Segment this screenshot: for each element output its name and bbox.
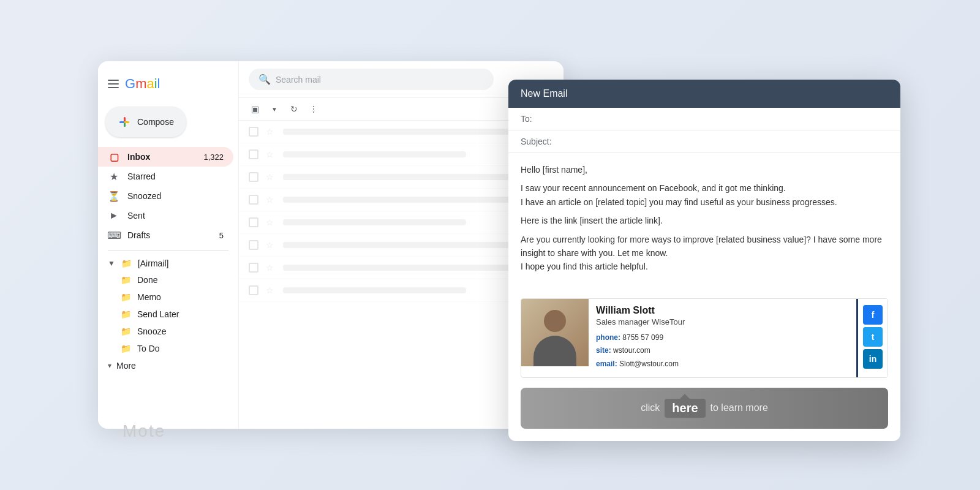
sidebar-item-sent[interactable]: ► Sent <box>98 206 233 225</box>
sidebar-item-done[interactable]: 📁 Done <box>98 271 238 288</box>
compose-window-title: New Email <box>521 88 567 99</box>
inbox-label: Inbox <box>127 152 150 162</box>
signature-phone: phone: 8755 57 099 <box>596 331 849 345</box>
more-options-button[interactable]: ⋮ <box>307 103 320 115</box>
sidebar-item-more[interactable]: ▾ More <box>98 357 238 374</box>
email-star-icon[interactable]: ☆ <box>266 127 276 137</box>
mote-label: Mote <box>123 421 165 441</box>
send-later-label: Send Later <box>137 309 179 319</box>
email-label: email: <box>596 360 617 368</box>
refresh-button[interactable]: ↻ <box>288 103 300 115</box>
email-star-icon[interactable]: ☆ <box>266 263 276 273</box>
email-preview-bar <box>283 151 466 157</box>
snoozed-label: Snoozed <box>127 191 161 201</box>
todo-label: To Do <box>137 344 160 353</box>
nav-section: ▢ Inbox 1,322 ★ Starred ⏳ Snoozed ► Sent <box>98 147 238 245</box>
sidebar-item-snooze[interactable]: 📁 Snooze <box>98 323 238 340</box>
signature-title: Sales manager WiseTour <box>596 317 849 326</box>
select-all-button[interactable]: ▣ <box>249 103 261 115</box>
email-star-icon[interactable]: ☆ <box>266 195 276 205</box>
cta-before-text: click <box>641 402 660 413</box>
email-checkbox[interactable] <box>249 149 258 159</box>
done-folder-icon: 📁 <box>120 274 131 285</box>
signature-site: site: wstour.com <box>596 344 849 358</box>
email-checkbox[interactable] <box>249 285 258 295</box>
signature-social: f t in <box>858 299 888 377</box>
snooze-label: Snooze <box>137 326 166 336</box>
to-field[interactable]: To: <box>508 108 900 130</box>
to-label: To: <box>521 114 557 124</box>
todo-folder-icon: 📁 <box>120 343 131 354</box>
email-checkbox[interactable] <box>249 240 258 250</box>
facebook-button[interactable]: f <box>863 305 883 325</box>
signature-email: email: Slott@wstour.com <box>596 358 849 371</box>
email-star-icon[interactable]: ☆ <box>266 172 276 182</box>
email-star-icon[interactable]: ☆ <box>266 149 276 159</box>
compose-body[interactable]: Hello [first name], I saw your recent an… <box>508 153 900 288</box>
inbox-icon: ▢ <box>108 151 120 163</box>
starred-icon: ★ <box>108 170 120 183</box>
email-preview-bar <box>283 174 512 180</box>
sidebar-item-inbox[interactable]: ▢ Inbox 1,322 <box>98 147 233 167</box>
memo-folder-icon: 📁 <box>120 292 131 303</box>
drafts-icon: ⌨ <box>108 229 120 241</box>
email-checkbox[interactable] <box>249 263 258 273</box>
airmail-label: [Airmail] <box>138 258 169 268</box>
email-value: Slott@wstour.com <box>619 360 679 368</box>
drafts-label: Drafts <box>127 230 150 240</box>
twitter-icon: t <box>872 332 875 342</box>
site-value: wstour.com <box>613 346 650 355</box>
body-question: Are you currently looking for more ways … <box>521 233 888 274</box>
compose-window: New Email To: Subject: Hello [first name… <box>508 80 900 441</box>
cta-banner[interactable]: click here to learn more <box>521 388 888 429</box>
signature-name: William Slott <box>596 305 849 316</box>
body-greeting: Hello [first name], <box>521 163 888 176</box>
search-icon: 🔍 <box>258 74 271 85</box>
email-checkbox[interactable] <box>249 172 258 182</box>
hamburger-icon[interactable] <box>108 80 119 88</box>
sidebar-item-memo[interactable]: 📁 Memo <box>98 288 238 306</box>
linkedin-button[interactable]: in <box>863 349 883 369</box>
sidebar-item-snoozed[interactable]: ⏳ Snoozed <box>98 186 233 206</box>
twitter-button[interactable]: t <box>863 327 883 347</box>
search-placeholder: Search mail <box>276 75 484 85</box>
email-preview-bar <box>283 287 466 293</box>
phone-value: 8755 57 099 <box>622 333 663 342</box>
signature-contact: phone: 8755 57 099 site: wstour.com emai… <box>596 331 849 371</box>
sent-label: Sent <box>127 211 145 221</box>
gmail-m-icon: Gmail <box>125 76 160 92</box>
email-star-icon[interactable]: ☆ <box>266 240 276 250</box>
facebook-icon: f <box>872 310 875 320</box>
cta-after-text: to learn more <box>710 402 768 413</box>
subject-field[interactable]: Subject: <box>508 130 900 153</box>
sidebar-item-drafts[interactable]: ⌨ Drafts 5 <box>98 225 233 245</box>
done-label: Done <box>137 275 157 285</box>
more-chevron-icon: ▾ <box>108 361 111 370</box>
compose-header: New Email <box>508 80 900 108</box>
airmail-folder-icon: 📁 <box>121 258 132 268</box>
email-star-icon[interactable]: ☆ <box>266 217 276 227</box>
email-checkbox[interactable] <box>249 127 258 137</box>
starred-label: Starred <box>127 172 156 181</box>
gmail-sidebar: Gmail Compose ▢ Inbox 1,322 ★ Starred <box>98 61 239 429</box>
airmail-chevron-icon: ▼ <box>108 259 115 268</box>
compose-button[interactable]: Compose <box>105 107 186 137</box>
phone-label: phone: <box>596 333 620 342</box>
body-link-line: Here is the link [insert the article lin… <box>521 214 888 227</box>
gmail-window: Gmail Compose ▢ Inbox 1,322 ★ Starred <box>98 61 564 429</box>
email-checkbox[interactable] <box>249 217 258 227</box>
select-dropdown-button[interactable]: ▼ <box>268 103 281 115</box>
signature-info: William Slott Sales manager WiseTour pho… <box>589 299 858 377</box>
sidebar-item-todo[interactable]: 📁 To Do <box>98 340 238 357</box>
search-bar[interactable]: 🔍 Search mail <box>249 69 494 90</box>
sent-icon: ► <box>108 209 120 222</box>
inbox-badge: 1,322 <box>203 153 224 162</box>
sidebar-item-airmail[interactable]: ▼ 📁 [Airmail] <box>98 255 238 271</box>
send-later-folder-icon: 📁 <box>120 309 131 320</box>
email-star-icon[interactable]: ☆ <box>266 285 276 295</box>
subject-label: Subject: <box>521 137 557 146</box>
sidebar-item-send-later[interactable]: 📁 Send Later <box>98 306 238 323</box>
email-checkbox[interactable] <box>249 195 258 205</box>
signature-photo <box>521 299 589 366</box>
sidebar-item-starred[interactable]: ★ Starred <box>98 167 233 186</box>
